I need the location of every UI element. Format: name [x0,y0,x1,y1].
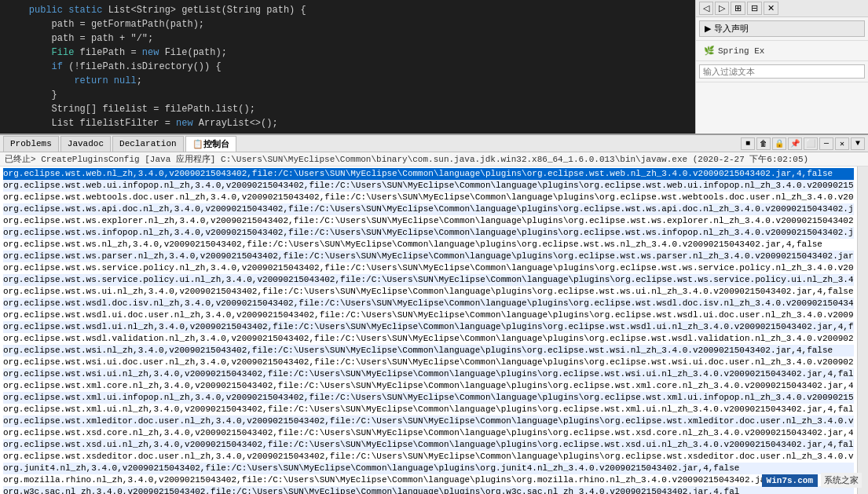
console-line: org.eclipse.wst.wsi.ui.nl_zh,3.4.0,v2009… [3,368,854,380]
console-line: org.w3c.sac.nl_zh,3.4.0,v20090215043402,… [3,486,854,494]
console-line: org.eclipse.wst.ws.nl_zh,3.4.0,v20090215… [3,239,854,251]
code-line: public static List<String> getList(Strin… [6,3,689,17]
tab-problems-label: Problems [10,139,52,148]
console-line: org.eclipse.wst.ws.ui.nl_zh,3.4.0,v20090… [3,286,854,298]
console-output[interactable]: org.eclipse.wst.web.nl_zh,3.4.0,v2009021… [0,166,857,494]
code-editor: public static List<String> getList(Strin… [0,0,868,134]
code-line: return null; [6,74,689,88]
code-line: List filelistFilter = new ArrayList<>(); [6,116,689,130]
rp-btn-2[interactable]: ▷ [715,2,729,15]
console-line: org.eclipse.wst.ws.api.doc.nl_zh,3.4.0,v… [3,203,854,215]
pin-btn[interactable]: 📌 [788,137,802,150]
import-section: ▶ 导入声明 [696,17,868,41]
import-icon: ▶ [705,24,711,34]
console-line: org.eclipse.wst.web.ui.infopop.nl_zh,3.4… [3,180,854,192]
rp-btn-1[interactable]: ◁ [699,2,713,15]
rp-btn-5[interactable]: ✕ [764,2,778,15]
spring-section: 🌿 Spring Ex [696,41,868,61]
minimize-btn[interactable]: — [819,137,833,150]
code-line: path = getFormatPath(path); [6,17,689,31]
bottom-panel: Problems Javadoc Declaration 📋 控制台 ■ 🗑 🔒… [0,134,868,494]
console-line: org.eclipse.wst.wsi.ui.doc.user.nl_zh,3.… [3,357,854,368]
console-line: org.eclipse.wst.xsd.core.nl_zh,3.4.0,v20… [3,427,854,439]
console-body: org.eclipse.wst.web.nl_zh,3.4.0,v2009021… [0,166,868,494]
maximize-btn[interactable]: ⬜ [804,137,818,150]
tab-javadoc[interactable]: Javadoc [60,136,111,152]
tab-javadoc-label: Javadoc [68,139,104,148]
right-panel-toolbar: ◁ ▷ ⊞ ⊟ ✕ [696,0,868,17]
code-line: } [6,88,689,102]
watermark-site: Win7s.com [762,474,818,487]
close-btn[interactable]: ✕ [835,137,849,150]
clear-btn[interactable]: 🗑 [756,137,771,150]
console-line: org.eclipse.wst.wsdl.ui.doc.user.nl_zh,3… [3,309,854,321]
console-line: org.eclipse.wst.xmleditor.doc.user.nl_zh… [3,415,854,427]
code-line: String[] filelist = filePath.list(); [6,102,689,116]
console-line: org.eclipse.wst.xsd.ui.nl_zh,3.4.0,v2009… [3,439,854,451]
rp-btn-3[interactable]: ⊞ [731,2,745,15]
filter-input[interactable] [699,64,865,79]
stop-btn[interactable]: ■ [741,137,755,150]
console-line: org.eclipse.wst.ws.service.policy.nl_zh,… [3,262,854,274]
console-status: 已终止> CreatePluginsConfig [Java 应用程序] C:\… [0,152,868,166]
console-line: org.eclipse.wst.xml.ui.infopop.nl_zh,3.4… [3,392,854,404]
console-line: org.eclipse.wst.web.nl_zh,3.4.0,v2009021… [3,168,854,180]
console-line: org.junit4.nl_zh,3.4.0,v20090215043402,f… [3,463,854,474]
filter-section [696,61,868,82]
spring-ex-item[interactable]: 🌿 Spring Ex [699,44,865,57]
tab-console-icon: 📋 [192,139,203,149]
console-line: org.mozilla.rhino.nl_zh,3.4.0,v200902150… [3,474,854,486]
watermark-site-label: 系统之家 [824,476,859,485]
console-line: org.eclipse.wst.ws.parser.nl_zh,3.4.0,v2… [3,251,854,262]
scroll-lock-btn[interactable]: 🔒 [772,137,786,150]
console-line: org.eclipse.wst.ws.service.policy.ui.nl_… [3,274,854,286]
tab-problems[interactable]: Problems [3,136,59,152]
console-line: org.eclipse.wst.xml.ui.nl_zh,3.4.0,v2009… [3,404,854,415]
import-label: 导入声明 [714,23,749,35]
tab-declaration-label: Declaration [119,139,177,148]
tab-console[interactable]: 📋 控制台 [185,136,236,152]
menu-btn[interactable]: ▼ [851,137,865,150]
console-line: org.eclipse.wst.webtools.doc.user.nl_zh,… [3,192,854,203]
code-line: File filePath = new File(path); [6,46,689,60]
console-line: org.eclipse.wst.xsdeditor.doc.user.nl_zh… [3,451,854,463]
scrollbar-vertical[interactable] [857,166,868,494]
status-text: 已终止> CreatePluginsConfig [Java 应用程序] C:\… [5,155,808,164]
spring-label: Spring Ex [718,46,764,56]
console-line: org.eclipse.wst.wsdl.validation.nl_zh,3.… [3,333,854,345]
console-line: org.eclipse.wst.ws.explorer.nl_zh,3.4.0,… [3,215,854,227]
tab-console-label: 控制台 [203,138,229,150]
tab-toolbar: ■ 🗑 🔒 📌 ⬜ — ✕ ▼ [741,137,865,150]
spring-icon: 🌿 [704,46,715,56]
console-line: org.eclipse.wst.ws.infopop.nl_zh,3.4.0,v… [3,227,854,239]
watermark-label: Win7s.com [767,476,813,485]
import-button[interactable]: ▶ 导入声明 [699,20,865,37]
code-line: path = path + "/"; [6,31,689,46]
console-line: org.eclipse.wst.xml.core.nl_zh,3.4.0,v20… [3,380,854,392]
code-content[interactable]: public static List<String> getList(Strin… [0,0,695,134]
console-line: org.eclipse.wst.wsdl.ui.nl_zh,3.4.0,v200… [3,321,854,333]
tab-bar: Problems Javadoc Declaration 📋 控制台 ■ 🗑 🔒… [0,135,868,152]
rp-btn-4[interactable]: ⊟ [747,2,762,15]
console-line: org.eclipse.wst.wsdl.doc.isv.nl_zh,3.4.0… [3,298,854,309]
tab-declaration[interactable]: Declaration [112,136,184,152]
watermark: Win7s.com 系统之家 [762,473,862,488]
console-line: org.eclipse.wst.wsi.nl_zh,3.4.0,v2009021… [3,345,854,357]
watermark-text: 系统之家 [821,473,862,488]
right-panel: ◁ ▷ ⊞ ⊟ ✕ ▶ 导入声明 🌿 Spring Ex [695,0,868,134]
code-line: if (!filePath.isDirectory()) { [6,60,689,74]
